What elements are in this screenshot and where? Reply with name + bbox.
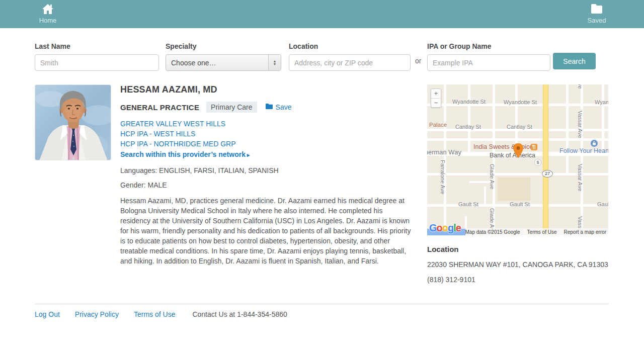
- location-heading: Location: [427, 245, 608, 253]
- saved-folder-icon: [578, 4, 616, 16]
- zoom-out-button[interactable]: −: [431, 99, 441, 108]
- specialty-field-group: Specialty Choose one… ▲ ▼: [166, 42, 281, 71]
- map-road: [515, 84, 518, 153]
- map-data-attribution: Map data ©2015 Google: [465, 229, 520, 235]
- street-label: Wyandotte St: [595, 99, 608, 105]
- location-map[interactable]: Wyandotte St Wyandotte St Wyandotte St C…: [427, 84, 608, 235]
- network-links: GREATER VALLEY WEST HILLS HCP IPA - WEST…: [120, 119, 415, 160]
- primary-care-badge: Primary Care: [206, 102, 257, 113]
- save-label: Save: [276, 103, 292, 111]
- street-label: Gault St: [597, 201, 608, 207]
- map-road: [484, 187, 486, 204]
- street-label: Cantlay St: [455, 124, 481, 130]
- map-report-error-link[interactable]: Report a map error: [564, 229, 606, 235]
- street-label-vertical: Vassar Ave: [577, 164, 583, 192]
- poi-label: Follow Your Heart: [559, 147, 608, 154]
- map-road: [602, 84, 604, 153]
- save-folder-icon: [265, 103, 273, 111]
- route-shield-27: 27: [542, 170, 553, 178]
- logout-link[interactable]: Log Out: [35, 310, 60, 318]
- map-attribution-bar: Map data ©2015 Google Terms of Use Repor…: [465, 228, 608, 235]
- ipa-field-group: IPA or Group Name: [427, 42, 550, 71]
- street-label-vertical: Glade Ave: [489, 164, 495, 190]
- provider-bio: Hessam Aazami, MD, practices general med…: [120, 196, 415, 266]
- privacy-policy-link[interactable]: Privacy Policy: [75, 310, 119, 318]
- map-marker-pin[interactable]: [513, 143, 524, 160]
- map-terms-link[interactable]: Terms of Use: [527, 229, 557, 235]
- location-label: Location: [289, 42, 411, 50]
- street-label: Wyandotte St: [504, 99, 537, 105]
- provider-specialty: GENERAL PRACTICE: [120, 103, 199, 112]
- specialty-label: Specialty: [166, 42, 281, 50]
- right-arrow-icon: ▸: [247, 152, 250, 158]
- save-provider-link[interactable]: Save: [265, 103, 292, 111]
- google-logo[interactable]: Google: [429, 222, 461, 234]
- nav-home-label: Home: [29, 17, 67, 24]
- page-footer: Log Out Privacy Policy Terms of Use Cont…: [35, 304, 609, 318]
- ipa-input[interactable]: [427, 54, 550, 71]
- last-name-field-group: Last Name: [35, 42, 159, 71]
- contact-us-text: Contact Us at 1-844-354-5860: [192, 310, 287, 318]
- network-link[interactable]: HCP IPA - WEST HILLS: [120, 129, 415, 139]
- network-link[interactable]: GREATER VALLEY WEST HILLS: [120, 119, 415, 129]
- search-button[interactable]: Search: [553, 53, 596, 69]
- street-label: Gault St: [510, 201, 530, 207]
- map-zoom-control: + −: [431, 89, 441, 108]
- street-label-sherman-way: Sherman Way: [427, 148, 461, 156]
- or-separator: or: [415, 57, 421, 65]
- map-road: [468, 84, 470, 153]
- shopping-bag-icon: [591, 140, 598, 147]
- street-label-vertical-partial: ve: [577, 84, 583, 89]
- provider-gender: Gender: MALE: [120, 181, 415, 189]
- provider-languages: Languages: ENGLISH, FARSI, ITALIAN, SPAN…: [120, 166, 415, 174]
- nav-saved[interactable]: Saved: [578, 4, 616, 24]
- location-address: 22030 SHERMAN WAY #101, CANOGA PARK, CA …: [427, 260, 608, 269]
- terms-of-use-link[interactable]: Terms of Use: [134, 310, 175, 318]
- provider-details: HESSAM AAZAMI, MD GENERAL PRACTICE Prima…: [120, 84, 415, 266]
- poi-label: Palace: [429, 122, 447, 128]
- home-icon: [29, 4, 67, 16]
- location-info: Location 22030 SHERMAN WAY #101, CANOGA …: [427, 245, 608, 284]
- nav-home[interactable]: Home: [29, 4, 67, 24]
- search-provider-network-link[interactable]: Search within this provider’s network ▸: [120, 149, 250, 160]
- provider-search-form: Last Name Specialty Choose one… ▲ ▼ Loca…: [35, 42, 609, 70]
- location-field-group: Location: [289, 42, 411, 71]
- nav-saved-label: Saved: [578, 17, 616, 24]
- map-road: [566, 84, 569, 173]
- map-road: [581, 84, 583, 235]
- last-name-label: Last Name: [35, 42, 159, 50]
- specialty-selected-value: Choose one…: [166, 59, 268, 67]
- street-label: Wyandotte St: [452, 99, 486, 105]
- location-input[interactable]: [289, 54, 411, 71]
- provider-photo: [35, 84, 111, 160]
- specialty-select[interactable]: Choose one… ▲ ▼: [166, 54, 281, 71]
- zoom-in-button[interactable]: +: [431, 89, 441, 99]
- location-phone: (818) 312-9101: [427, 276, 608, 284]
- street-label: Cantlay St: [507, 124, 532, 130]
- street-label: Gault St: [458, 201, 478, 207]
- dollar-poi-icon: $: [534, 159, 541, 166]
- ipa-label: IPA or Group Name: [427, 42, 550, 50]
- restaurant-icon: [531, 144, 537, 150]
- provider-search-page: Home Saved Last Name Specialty Choose on…: [0, 0, 644, 352]
- map-building: [498, 178, 530, 201]
- street-label-vertical: Vassar Ave: [577, 111, 583, 138]
- select-stepper-icon: ▲ ▼: [268, 55, 281, 70]
- map-highway-topanga: [543, 84, 548, 235]
- top-navigation-bar: Home Saved: [0, 0, 644, 28]
- poi-label: India Sweets & Spices: [473, 143, 536, 150]
- provider-name: HESSAM AAZAMI, MD: [120, 84, 415, 95]
- street-label-vertical: Farralone Ave: [440, 160, 446, 194]
- network-link[interactable]: HCP IPA - NORTHRIDGE MED GRP: [120, 139, 415, 149]
- last-name-input[interactable]: [35, 54, 159, 71]
